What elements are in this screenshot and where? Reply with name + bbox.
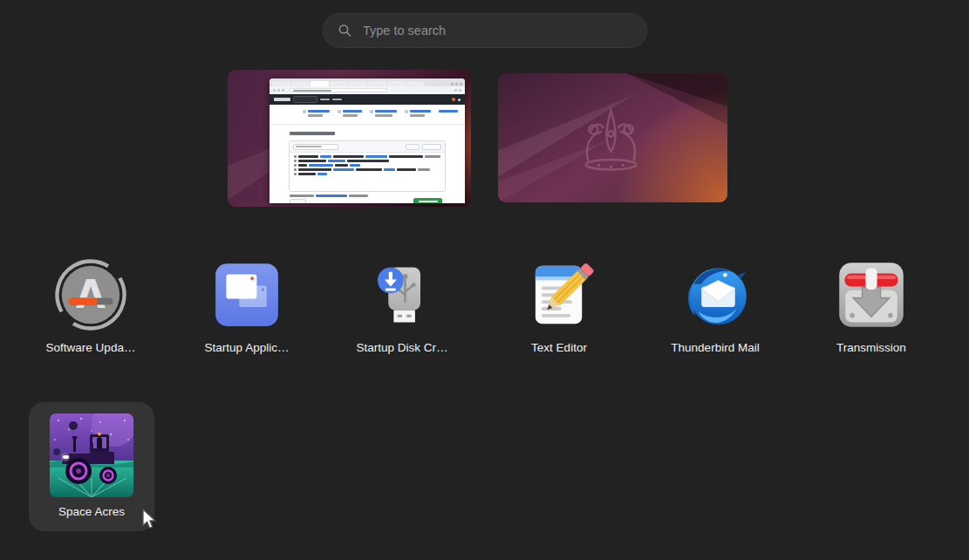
startup-applications-icon: [210, 258, 283, 331]
secondary-button-thumb: [290, 199, 306, 203]
text-editor-icon: [522, 258, 596, 331]
svg-text:A: A: [76, 272, 106, 317]
workspace-thumbnail-2[interactable]: [498, 73, 727, 202]
green-commit-button-thumb: [413, 198, 442, 203]
app-label: Text Editor: [531, 341, 587, 354]
app-label: Startup Disk Cr…: [356, 341, 447, 354]
app-tile-text-editor[interactable]: Text Editor: [496, 247, 622, 376]
software-updater-icon: A: [54, 258, 127, 331]
app-label: Transmission: [836, 341, 906, 354]
app-label: Software Upda…: [46, 341, 136, 354]
app-tile-thunderbird[interactable]: Thunderbird Mail: [652, 247, 778, 376]
site-content: [270, 105, 465, 203]
thunderbird-icon: [679, 256, 752, 333]
app-label: Space Acres: [58, 505, 125, 518]
browser-url-bar: [270, 86, 465, 94]
search-input[interactable]: [361, 23, 631, 38]
browser-tab-strip: [270, 79, 465, 86]
code-box: [289, 140, 446, 192]
app-tile-software-updater[interactable]: A Software Upda…: [28, 247, 154, 376]
app-tile-transmission[interactable]: Transmission: [809, 247, 934, 376]
site-header: [270, 94, 465, 105]
workspace2-wallpaper: [498, 73, 727, 202]
browser-window-thumbnail: [270, 79, 465, 203]
ubuntu-crown-emblem: [556, 103, 665, 178]
gnome-activities-overview: A Software Upda… Startup Applic…: [0, 0, 969, 560]
transmission-icon: [835, 258, 908, 331]
app-label: Startup Applic…: [205, 341, 290, 354]
app-tile-space-acres[interactable]: Space Acres: [29, 402, 154, 531]
app-tile-startup-applications[interactable]: Startup Applic…: [184, 247, 310, 376]
space-acres-icon: [50, 413, 133, 497]
search-icon: [338, 24, 351, 38]
app-label: Thunderbird Mail: [671, 341, 759, 354]
workspace-thumbnail-1[interactable]: [228, 70, 471, 207]
startup-disk-creator-icon: [365, 258, 439, 331]
search-bar[interactable]: [322, 13, 647, 48]
app-tile-startup-disk-creator[interactable]: Startup Disk Cr…: [339, 247, 465, 376]
